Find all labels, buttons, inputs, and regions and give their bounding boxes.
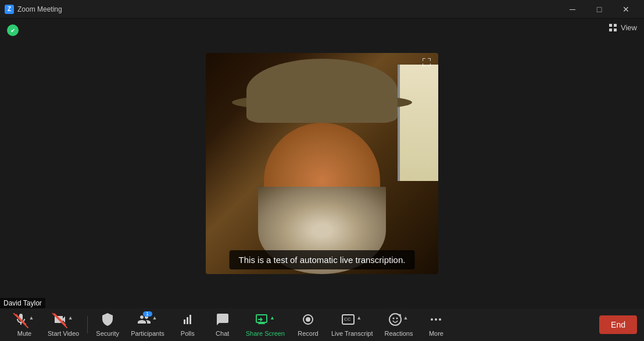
participant-name-label: David Taylor [0, 298, 45, 308]
mute-icon [14, 312, 28, 329]
minimize-button[interactable]: ─ [559, 0, 586, 19]
security-button[interactable]: Security [90, 310, 125, 339]
toolbar: ▲ Mute ▲ Start Video Security [0, 308, 644, 341]
view-button[interactable]: View [609, 23, 637, 32]
caption-text: This is a test of automatic live transcr… [239, 255, 406, 265]
window-controls: ─ □ ✕ [559, 0, 639, 19]
security-label: Security [96, 330, 119, 337]
app-title: Zoom Meeting [17, 5, 62, 13]
svg-rect-3 [430, 58, 431, 61]
reactions-button-group: + ▲ [388, 312, 410, 329]
separator-1 [87, 316, 88, 333]
restore-button[interactable]: □ [586, 0, 613, 19]
record-button[interactable]: Record [291, 310, 325, 339]
participants-count-badge: 1 [143, 311, 152, 317]
hat [246, 59, 398, 123]
chat-label: Chat [216, 330, 229, 337]
svg-rect-10 [184, 319, 185, 324]
share-screen-icon [255, 312, 269, 329]
main-content: ✔ View [0, 19, 644, 308]
start-video-button[interactable]: ▲ Start Video [42, 310, 85, 339]
svg-rect-1 [423, 58, 423, 61]
share-screen-button[interactable]: ▲ Share Screen [240, 310, 291, 339]
video-arrow-icon[interactable]: ▲ [67, 314, 74, 322]
caption-bar: This is a test of automatic live transcr… [230, 250, 415, 269]
mute-button[interactable]: ▲ Mute [7, 310, 42, 339]
svg-point-23 [435, 318, 437, 321]
share-screen-label: Share Screen [246, 330, 285, 337]
share-screen-button-group: ▲ [255, 312, 276, 329]
view-label: View [621, 23, 637, 32]
expand-icon[interactable] [422, 58, 434, 69]
mute-button-group: ▲ [14, 312, 35, 329]
svg-rect-12 [189, 315, 191, 324]
live-transcript-arrow-icon[interactable]: ▲ [355, 314, 363, 322]
share-screen-arrow-icon[interactable]: ▲ [269, 314, 276, 322]
record-icon [301, 312, 315, 329]
polls-label: Polls [181, 330, 195, 337]
polls-icon [181, 312, 195, 329]
reactions-icon: + [388, 312, 402, 329]
more-label: More [429, 330, 443, 337]
svg-rect-11 [187, 317, 188, 324]
title-bar: Z Zoom Meeting ─ □ ✕ [0, 0, 644, 19]
security-badge: ✔ [7, 24, 19, 36]
close-button[interactable]: ✕ [613, 0, 639, 19]
more-button[interactable]: More [418, 310, 453, 339]
participants-label: Participants [131, 330, 164, 337]
reactions-label: Reactions [385, 330, 413, 337]
svg-rect-7 [430, 63, 431, 66]
video-feed [206, 53, 438, 274]
live-transcript-button-group: CC ▲ [341, 312, 363, 329]
start-video-label: Start Video [48, 330, 79, 337]
chat-icon [216, 312, 230, 329]
svg-point-24 [439, 318, 441, 321]
chat-button[interactable]: Chat [205, 310, 240, 339]
record-label: Record [298, 330, 318, 337]
participants-icon: 1 [137, 312, 151, 329]
end-button[interactable]: End [599, 315, 637, 334]
video-icon [53, 312, 67, 329]
live-transcript-label: Live Transcript [331, 330, 373, 337]
svg-text:CC: CC [344, 317, 351, 322]
video-container: This is a test of automatic live transcr… [206, 53, 438, 274]
reactions-button[interactable]: + ▲ Reactions [379, 310, 419, 339]
view-icon [609, 24, 617, 32]
mute-label: Mute [17, 330, 31, 337]
more-icon [429, 312, 443, 329]
mute-arrow-icon[interactable]: ▲ [28, 314, 35, 322]
svg-point-18 [392, 318, 394, 319]
window-decoration [398, 65, 438, 181]
svg-point-22 [431, 318, 433, 321]
svg-rect-5 [423, 63, 423, 66]
title-bar-left: Z Zoom Meeting [5, 5, 62, 14]
svg-point-19 [396, 318, 398, 319]
live-transcript-button[interactable]: CC ▲ Live Transcript [325, 310, 379, 339]
live-transcript-icon: CC [341, 312, 355, 329]
svg-point-14 [306, 317, 310, 322]
polls-button[interactable]: Polls [170, 310, 205, 339]
zoom-icon: Z [5, 5, 14, 14]
security-icon [101, 312, 115, 329]
reactions-arrow-icon[interactable]: ▲ [402, 314, 410, 322]
video-button-group: ▲ [53, 312, 74, 329]
participants-button-group: 1 ▲ [137, 312, 159, 329]
participants-button[interactable]: 1 ▲ Participants [125, 310, 170, 339]
